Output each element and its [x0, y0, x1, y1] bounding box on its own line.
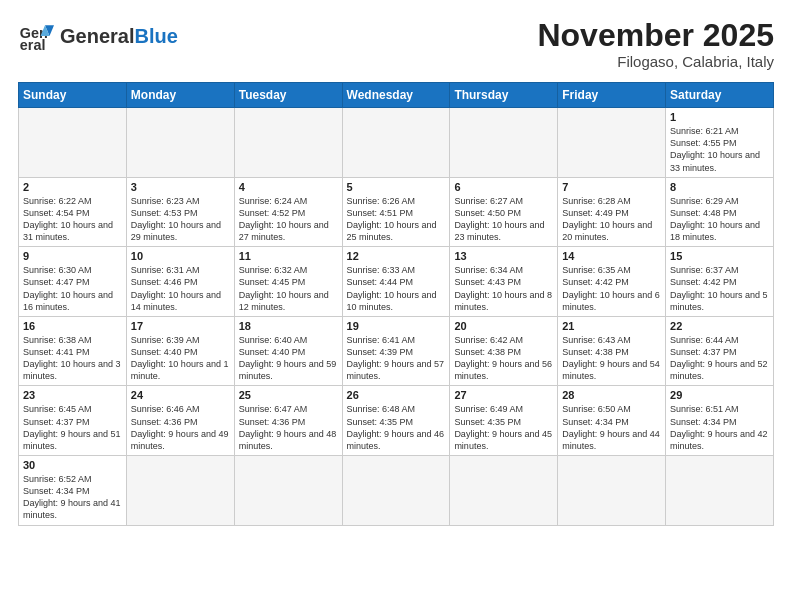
calendar-cell: 20Sunrise: 6:42 AMSunset: 4:38 PMDayligh… — [450, 316, 558, 386]
day-number: 7 — [562, 181, 661, 193]
calendar-cell — [342, 456, 450, 526]
day-number: 1 — [670, 111, 769, 123]
week-row-4: 16Sunrise: 6:38 AMSunset: 4:41 PMDayligh… — [19, 316, 774, 386]
title-block: November 2025 Filogaso, Calabria, Italy — [537, 18, 774, 70]
calendar-cell: 28Sunrise: 6:50 AMSunset: 4:34 PMDayligh… — [558, 386, 666, 456]
day-info: Sunrise: 6:46 AMSunset: 4:36 PMDaylight:… — [131, 403, 230, 452]
calendar-cell: 15Sunrise: 6:37 AMSunset: 4:42 PMDayligh… — [666, 247, 774, 317]
day-number: 10 — [131, 250, 230, 262]
logo-text-block: GeneralBlue — [60, 25, 178, 47]
day-info: Sunrise: 6:38 AMSunset: 4:41 PMDaylight:… — [23, 334, 122, 383]
day-info: Sunrise: 6:42 AMSunset: 4:38 PMDaylight:… — [454, 334, 553, 383]
calendar-cell: 29Sunrise: 6:51 AMSunset: 4:34 PMDayligh… — [666, 386, 774, 456]
calendar-cell: 9Sunrise: 6:30 AMSunset: 4:47 PMDaylight… — [19, 247, 127, 317]
calendar-cell: 7Sunrise: 6:28 AMSunset: 4:49 PMDaylight… — [558, 177, 666, 247]
calendar-subtitle: Filogaso, Calabria, Italy — [537, 53, 774, 70]
calendar-table: SundayMondayTuesdayWednesdayThursdayFrid… — [18, 82, 774, 525]
calendar-cell — [558, 456, 666, 526]
day-number: 25 — [239, 389, 338, 401]
day-number: 12 — [347, 250, 446, 262]
day-info: Sunrise: 6:52 AMSunset: 4:34 PMDaylight:… — [23, 473, 122, 522]
day-number: 2 — [23, 181, 122, 193]
day-info: Sunrise: 6:40 AMSunset: 4:40 PMDaylight:… — [239, 334, 338, 383]
calendar-cell: 6Sunrise: 6:27 AMSunset: 4:50 PMDaylight… — [450, 177, 558, 247]
day-number: 13 — [454, 250, 553, 262]
day-number: 15 — [670, 250, 769, 262]
calendar-cell: 10Sunrise: 6:31 AMSunset: 4:46 PMDayligh… — [126, 247, 234, 317]
calendar-cell — [666, 456, 774, 526]
day-number: 30 — [23, 459, 122, 471]
calendar-cell: 5Sunrise: 6:26 AMSunset: 4:51 PMDaylight… — [342, 177, 450, 247]
day-number: 23 — [23, 389, 122, 401]
week-row-2: 2Sunrise: 6:22 AMSunset: 4:54 PMDaylight… — [19, 177, 774, 247]
week-row-6: 30Sunrise: 6:52 AMSunset: 4:34 PMDayligh… — [19, 456, 774, 526]
calendar-cell: 2Sunrise: 6:22 AMSunset: 4:54 PMDaylight… — [19, 177, 127, 247]
day-number: 26 — [347, 389, 446, 401]
calendar-cell: 26Sunrise: 6:48 AMSunset: 4:35 PMDayligh… — [342, 386, 450, 456]
day-header-wednesday: Wednesday — [342, 83, 450, 108]
calendar-cell: 30Sunrise: 6:52 AMSunset: 4:34 PMDayligh… — [19, 456, 127, 526]
header: Gen eral GeneralBlue November 2025 Filog… — [18, 18, 774, 70]
calendar-cell: 1Sunrise: 6:21 AMSunset: 4:55 PMDaylight… — [666, 108, 774, 178]
calendar-cell — [450, 456, 558, 526]
calendar-cell: 19Sunrise: 6:41 AMSunset: 4:39 PMDayligh… — [342, 316, 450, 386]
day-info: Sunrise: 6:43 AMSunset: 4:38 PMDaylight:… — [562, 334, 661, 383]
day-info: Sunrise: 6:47 AMSunset: 4:36 PMDaylight:… — [239, 403, 338, 452]
day-info: Sunrise: 6:28 AMSunset: 4:49 PMDaylight:… — [562, 195, 661, 244]
calendar-cell: 13Sunrise: 6:34 AMSunset: 4:43 PMDayligh… — [450, 247, 558, 317]
page: Gen eral GeneralBlue November 2025 Filog… — [0, 0, 792, 536]
day-header-friday: Friday — [558, 83, 666, 108]
calendar-cell: 21Sunrise: 6:43 AMSunset: 4:38 PMDayligh… — [558, 316, 666, 386]
day-info: Sunrise: 6:29 AMSunset: 4:48 PMDaylight:… — [670, 195, 769, 244]
calendar-title: November 2025 — [537, 18, 774, 53]
day-number: 4 — [239, 181, 338, 193]
calendar-cell — [558, 108, 666, 178]
day-info: Sunrise: 6:39 AMSunset: 4:40 PMDaylight:… — [131, 334, 230, 383]
day-info: Sunrise: 6:32 AMSunset: 4:45 PMDaylight:… — [239, 264, 338, 313]
day-number: 19 — [347, 320, 446, 332]
day-info: Sunrise: 6:31 AMSunset: 4:46 PMDaylight:… — [131, 264, 230, 313]
day-number: 21 — [562, 320, 661, 332]
calendar-cell: 3Sunrise: 6:23 AMSunset: 4:53 PMDaylight… — [126, 177, 234, 247]
day-info: Sunrise: 6:26 AMSunset: 4:51 PMDaylight:… — [347, 195, 446, 244]
day-number: 9 — [23, 250, 122, 262]
day-number: 6 — [454, 181, 553, 193]
calendar-cell: 23Sunrise: 6:45 AMSunset: 4:37 PMDayligh… — [19, 386, 127, 456]
day-number: 3 — [131, 181, 230, 193]
day-info: Sunrise: 6:35 AMSunset: 4:42 PMDaylight:… — [562, 264, 661, 313]
day-number: 14 — [562, 250, 661, 262]
day-info: Sunrise: 6:33 AMSunset: 4:44 PMDaylight:… — [347, 264, 446, 313]
day-number: 27 — [454, 389, 553, 401]
day-header-monday: Monday — [126, 83, 234, 108]
logo: Gen eral GeneralBlue — [18, 18, 178, 54]
day-header-tuesday: Tuesday — [234, 83, 342, 108]
calendar-cell: 22Sunrise: 6:44 AMSunset: 4:37 PMDayligh… — [666, 316, 774, 386]
week-row-5: 23Sunrise: 6:45 AMSunset: 4:37 PMDayligh… — [19, 386, 774, 456]
calendar-cell: 17Sunrise: 6:39 AMSunset: 4:40 PMDayligh… — [126, 316, 234, 386]
logo-blue: Blue — [134, 25, 177, 47]
day-info: Sunrise: 6:34 AMSunset: 4:43 PMDaylight:… — [454, 264, 553, 313]
calendar-cell — [450, 108, 558, 178]
day-number: 11 — [239, 250, 338, 262]
calendar-cell: 8Sunrise: 6:29 AMSunset: 4:48 PMDaylight… — [666, 177, 774, 247]
day-info: Sunrise: 6:51 AMSunset: 4:34 PMDaylight:… — [670, 403, 769, 452]
calendar-cell: 14Sunrise: 6:35 AMSunset: 4:42 PMDayligh… — [558, 247, 666, 317]
day-number: 20 — [454, 320, 553, 332]
day-info: Sunrise: 6:37 AMSunset: 4:42 PMDaylight:… — [670, 264, 769, 313]
calendar-cell: 18Sunrise: 6:40 AMSunset: 4:40 PMDayligh… — [234, 316, 342, 386]
day-number: 16 — [23, 320, 122, 332]
svg-text:eral: eral — [20, 37, 46, 53]
calendar-body: 1Sunrise: 6:21 AMSunset: 4:55 PMDaylight… — [19, 108, 774, 525]
day-info: Sunrise: 6:44 AMSunset: 4:37 PMDaylight:… — [670, 334, 769, 383]
day-info: Sunrise: 6:24 AMSunset: 4:52 PMDaylight:… — [239, 195, 338, 244]
day-info: Sunrise: 6:41 AMSunset: 4:39 PMDaylight:… — [347, 334, 446, 383]
day-info: Sunrise: 6:23 AMSunset: 4:53 PMDaylight:… — [131, 195, 230, 244]
week-row-3: 9Sunrise: 6:30 AMSunset: 4:47 PMDaylight… — [19, 247, 774, 317]
day-header-saturday: Saturday — [666, 83, 774, 108]
day-header-sunday: Sunday — [19, 83, 127, 108]
calendar-cell: 24Sunrise: 6:46 AMSunset: 4:36 PMDayligh… — [126, 386, 234, 456]
calendar-cell: 11Sunrise: 6:32 AMSunset: 4:45 PMDayligh… — [234, 247, 342, 317]
day-number: 5 — [347, 181, 446, 193]
week-row-1: 1Sunrise: 6:21 AMSunset: 4:55 PMDaylight… — [19, 108, 774, 178]
day-info: Sunrise: 6:21 AMSunset: 4:55 PMDaylight:… — [670, 125, 769, 174]
